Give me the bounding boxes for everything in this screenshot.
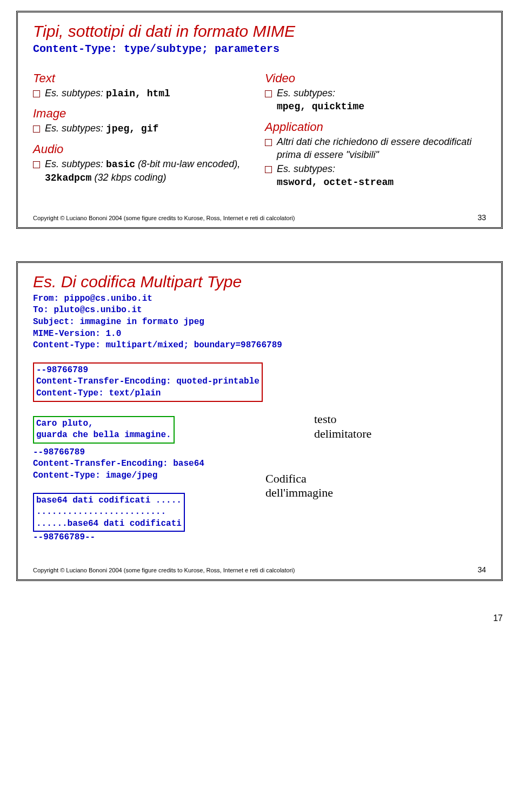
- image-prefix: Es. subtypes:: [45, 123, 106, 134]
- two-column-layout: Text Es. subtypes: plain, html Image Es.…: [33, 65, 486, 192]
- slide-subtitle: Content-Type: type/subtype; parameters: [33, 43, 486, 55]
- left-column: Text Es. subtypes: plain, html Image Es.…: [33, 65, 254, 192]
- slide-1: Tipi, sottotipi di dati in formato MIME …: [16, 11, 503, 229]
- video-subtypes: Es. subtypes: mpeg, quicktime: [265, 87, 486, 114]
- section-audio: Audio: [33, 142, 254, 156]
- audio-prefix: Es. subtypes:: [45, 159, 106, 169]
- part1-body-box: Caro pluto, guarda che bella immagine.: [33, 416, 175, 444]
- slide-footer: Copyright © Luciano Bononi 2004 (some fi…: [33, 213, 486, 222]
- slide2-body: From: pippo@cs.unibo.it To: pluto@cs.uni…: [33, 293, 486, 544]
- audio-mid1: (8-bit mu-law encoded),: [135, 159, 240, 169]
- text-values: plain, html: [106, 88, 170, 99]
- closing-boundary: --98766789--: [33, 532, 486, 544]
- app-description: Altri dati che richiedono di essere deco…: [265, 135, 486, 162]
- text-prefix: Es. subtypes:: [45, 88, 106, 98]
- part2-body-box: base64 dati codificati ..... ...........…: [33, 493, 185, 532]
- app-subtypes: Es. subtypes: msword, octet-stream: [265, 162, 486, 189]
- app-prefix: Es. subtypes:: [277, 163, 335, 174]
- image-values: jpeg, gif: [106, 123, 158, 134]
- app-bullets: Altri dati che richiedono di essere deco…: [265, 135, 486, 189]
- section-text: Text: [33, 71, 254, 85]
- audio-val2: 32kadpcm: [45, 173, 91, 183]
- section-application: Application: [265, 120, 486, 134]
- slide-page-number-2: 34: [477, 565, 486, 574]
- slide-title-2: Es. Di codifica Multipart Type: [33, 273, 486, 291]
- video-prefix: Es. subtypes:: [277, 88, 335, 98]
- audio-bullets: Es. subtypes: basic (8-bit mu-law encode…: [33, 157, 254, 185]
- annotation-testo: testo: [314, 412, 337, 426]
- part1-headers-box: --98766789 Content-Transfer-Encoding: qu…: [33, 362, 263, 402]
- image-subtypes: Es. subtypes: jpeg, gif: [33, 122, 254, 135]
- page: Tipi, sottotipi di dati in formato MIME …: [0, 0, 519, 634]
- document-page-number: 17: [16, 613, 503, 623]
- audio-val1: basic: [106, 159, 135, 170]
- right-column: Video Es. subtypes: mpeg, quicktime Appl…: [265, 65, 486, 192]
- copyright-text: Copyright © Luciano Bononi 2004 (some fi…: [33, 215, 295, 221]
- video-bullets: Es. subtypes: mpeg, quicktime: [265, 87, 486, 114]
- slide-2: Es. Di codifica Multipart Type From: pip…: [16, 261, 503, 581]
- app-values: msword, octet-stream: [277, 177, 394, 188]
- video-values: mpeg, quicktime: [277, 101, 364, 112]
- copyright-text-2: Copyright © Luciano Bononi 2004 (some fi…: [33, 567, 295, 573]
- text-bullets: Es. subtypes: plain, html: [33, 87, 254, 100]
- annotation-delimitatore: delimitatore: [314, 427, 371, 441]
- annotation-codifica: Codifica dell'immagine: [265, 472, 333, 500]
- slide-footer-2: Copyright © Luciano Bononi 2004 (some fi…: [33, 565, 486, 574]
- text-subtypes: Es. subtypes: plain, html: [33, 87, 254, 100]
- section-image: Image: [33, 107, 254, 121]
- slide-page-number: 33: [477, 213, 486, 222]
- image-bullets: Es. subtypes: jpeg, gif: [33, 122, 254, 135]
- part2-headers: --98766789 Content-Transfer-Encoding: ba…: [33, 447, 486, 482]
- slide-title: Tipi, sottotipi di dati in formato MIME: [33, 22, 486, 41]
- section-video: Video: [265, 71, 486, 85]
- audio-subtypes: Es. subtypes: basic (8-bit mu-law encode…: [33, 157, 254, 185]
- audio-mid2: (32 kbps coding): [91, 172, 166, 183]
- mime-header-block: From: pippo@cs.unibo.it To: pluto@cs.uni…: [33, 293, 486, 352]
